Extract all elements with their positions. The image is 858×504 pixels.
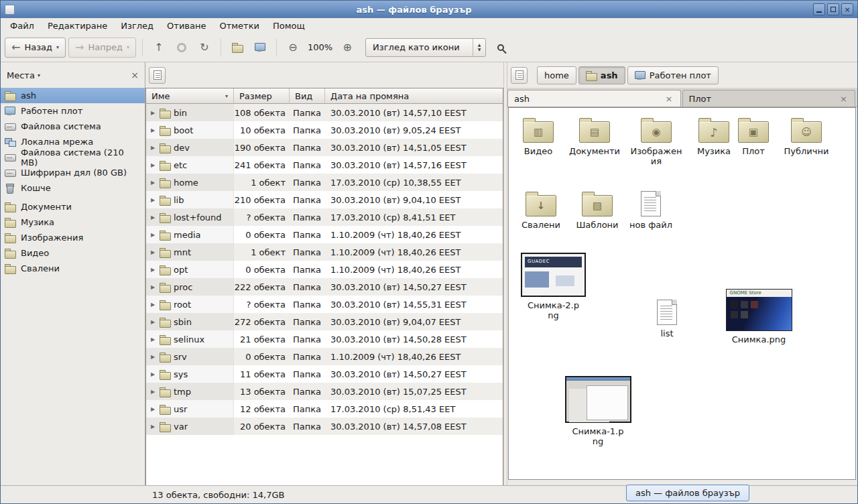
taskbar-window-label[interactable]: ash — файлов браузър [626, 485, 749, 501]
expander-icon[interactable]: ▶ [149, 110, 156, 116]
expander-icon[interactable]: ▶ [149, 145, 156, 151]
sidebar-item[interactable]: Работен плот [1, 103, 145, 119]
tree-row[interactable]: ▶ lib 210 обекта Папка 30.03.2010 (вт) 9… [146, 191, 503, 208]
tree-row[interactable]: ▶ media 0 обекта Папка 1.10.2009 (чт) 18… [146, 226, 503, 243]
file-icon-item[interactable]: Видео [509, 116, 568, 157]
expander-icon[interactable]: ▶ [149, 406, 156, 412]
tab[interactable]: ash × [507, 90, 681, 107]
tree-row[interactable]: ▶ opt 0 обекта Папка 1.10.2009 (чт) 18,4… [146, 261, 503, 278]
expander-icon[interactable]: ▶ [149, 214, 156, 220]
file-icon-item[interactable]: Документи [565, 116, 624, 157]
close-button[interactable]: × [841, 3, 853, 15]
expander-icon[interactable]: ▶ [149, 232, 156, 238]
stop-button[interactable] [172, 38, 192, 58]
toggle-location-entry-button[interactable] [149, 67, 166, 84]
tree-row[interactable]: ▶ boot 10 обекта Папка 30.03.2010 (вт) 9… [146, 121, 503, 139]
tree-row[interactable]: ▶ srv 0 обекта Папка 1.10.2009 (чт) 18,4… [146, 348, 503, 365]
file-icon-item[interactable]: Плот [730, 116, 777, 157]
file-icon-item[interactable]: нов файл [621, 190, 680, 231]
sidebar-title[interactable]: Места [7, 70, 35, 80]
sidebar-item[interactable]: Кошче [1, 180, 145, 196]
expander-icon[interactable]: ▶ [149, 302, 156, 308]
maximize-button[interactable] [827, 3, 839, 15]
menu-item[interactable]: Редактиране [41, 19, 114, 32]
tree-row[interactable]: ▶ usr 12 обекта Папка 17.03.2010 (ср) 8,… [146, 400, 503, 418]
expander-icon[interactable]: ▶ [149, 127, 156, 133]
back-button[interactable]: ← Назад ▾ [5, 38, 66, 58]
tree-row[interactable]: ▶ selinux 21 обекта Папка 30.03.2010 (вт… [146, 330, 503, 348]
tree-row[interactable]: ▶ proc 222 обекта Папка 30.03.2010 (вт) … [146, 278, 503, 296]
sidebar-item[interactable]: Видео [1, 245, 145, 261]
menu-item[interactable]: Отиване [160, 19, 212, 32]
tree-row[interactable]: ▶ dev 190 обекта Папка 30.03.2010 (вт) 1… [146, 139, 503, 156]
expander-icon[interactable]: ▶ [149, 162, 156, 168]
expander-icon[interactable]: ▶ [149, 371, 156, 377]
tree-row[interactable]: ▶ sbin 272 обекта Папка 30.03.2010 (вт) … [146, 313, 503, 330]
column-header-size[interactable]: Размер [234, 88, 290, 104]
file-icon-item[interactable]: Снимка-1.png [561, 376, 635, 447]
tree-row[interactable]: ▶ tmp 13 обекта Папка 30.03.2010 (вт) 15… [146, 383, 503, 400]
view-mode-select[interactable]: Изглед като икони ▲▼ [365, 38, 486, 57]
tab[interactable]: Плот × [682, 90, 856, 107]
tree-row[interactable]: ▶ var 20 обекта Папка 30.03.2010 (вт) 14… [146, 418, 503, 435]
forward-button[interactable]: → Напред ▾ [68, 38, 136, 58]
search-button[interactable] [489, 38, 509, 58]
tree-row[interactable]: ▶ lost+found ? обекта Папка 17.03.2010 (… [146, 208, 503, 226]
column-header-date[interactable]: Дата на промяна [325, 88, 503, 104]
expander-icon[interactable]: ▶ [149, 249, 156, 255]
expander-icon[interactable]: ▶ [149, 389, 156, 395]
file-icon-item[interactable]: Изображения [627, 116, 686, 167]
expander-icon[interactable]: ▶ [149, 319, 156, 325]
toggle-location-entry-button[interactable] [511, 67, 528, 84]
expander-icon[interactable]: ▶ [149, 267, 156, 273]
tree-row[interactable]: ▶ root ? обекта Папка 30.03.2010 (вт) 14… [146, 296, 503, 313]
sidebar-close-button[interactable]: × [131, 70, 139, 80]
sidebar-item[interactable]: Изображения [1, 230, 145, 245]
tree-row[interactable]: ▶ mnt 1 обект Папка 1.10.2009 (чт) 18,40… [146, 243, 503, 261]
file-icon-item[interactable]: Публични [777, 116, 836, 157]
file-icon-item[interactable]: Шаблони [568, 190, 627, 231]
path-button[interactable]: ash [578, 66, 625, 84]
tree-row[interactable]: ▶ etc 241 обекта Папка 30.03.2010 (вт) 1… [146, 156, 503, 174]
zoom-in-button[interactable]: ⊕ [337, 38, 357, 58]
tab-close-button[interactable]: × [839, 94, 849, 104]
tree-row[interactable]: ▶ bin 108 обекта Папка 30.03.2010 (вт) 1… [146, 104, 503, 121]
menu-item[interactable]: Файл [3, 19, 41, 32]
sidebar-item[interactable]: Музика [1, 214, 145, 230]
expander-icon[interactable]: ▶ [149, 197, 156, 203]
column-header-name[interactable]: Име▾ [146, 88, 234, 104]
sidebar-item[interactable]: Документи [1, 199, 145, 214]
expander-icon[interactable]: ▶ [149, 284, 156, 290]
file-icon-item[interactable]: Свалени [511, 190, 570, 231]
tab-close-button[interactable]: × [664, 94, 674, 104]
file-icon-item[interactable]: list [647, 298, 687, 339]
path-button[interactable]: home [537, 66, 576, 84]
menu-item[interactable]: Помощ [266, 19, 312, 32]
menu-item[interactable]: Изглед [114, 19, 160, 32]
up-arrow-icon: ↑ [154, 42, 163, 53]
sidebar-item[interactable]: Свалени [1, 261, 145, 276]
home-button[interactable] [227, 38, 247, 58]
menu-item[interactable]: Отметки [212, 19, 265, 32]
path-button[interactable]: Работен плот [627, 66, 719, 84]
sidebar-item[interactable]: Файлова система [1, 119, 145, 134]
expander-icon[interactable]: ▶ [149, 336, 156, 342]
file-icon-item[interactable]: GUADEC Снимка-2.png [518, 253, 589, 321]
expander-icon[interactable]: ▶ [149, 424, 156, 430]
computer-button[interactable] [250, 38, 270, 58]
sidebar-item[interactable]: Файлова система (210 MB) [1, 149, 145, 165]
tree-row[interactable]: ▶ home 1 обект Папка 17.03.2010 (ср) 10,… [146, 174, 503, 191]
reload-button[interactable]: ↻ [194, 38, 214, 58]
column-header-type[interactable]: Вид [290, 88, 325, 104]
up-button[interactable]: ↑ [149, 38, 169, 58]
titlebar[interactable]: ash — файлов браузър × [1, 1, 857, 18]
expander-icon[interactable]: ▶ [149, 180, 156, 186]
search-icon [497, 44, 504, 51]
sidebar-item[interactable]: ash [1, 88, 145, 103]
sidebar-item[interactable]: Шифриран дял (80 GB) [1, 165, 145, 180]
zoom-out-button[interactable]: ⊖ [283, 38, 303, 58]
file-icon-item[interactable]: GNOME Store Снимка.png [722, 289, 796, 345]
tree-row[interactable]: ▶ sys 11 обекта Папка 30.03.2010 (вт) 14… [146, 365, 503, 383]
expander-icon[interactable]: ▶ [149, 354, 156, 360]
minimize-button[interactable] [813, 3, 825, 15]
